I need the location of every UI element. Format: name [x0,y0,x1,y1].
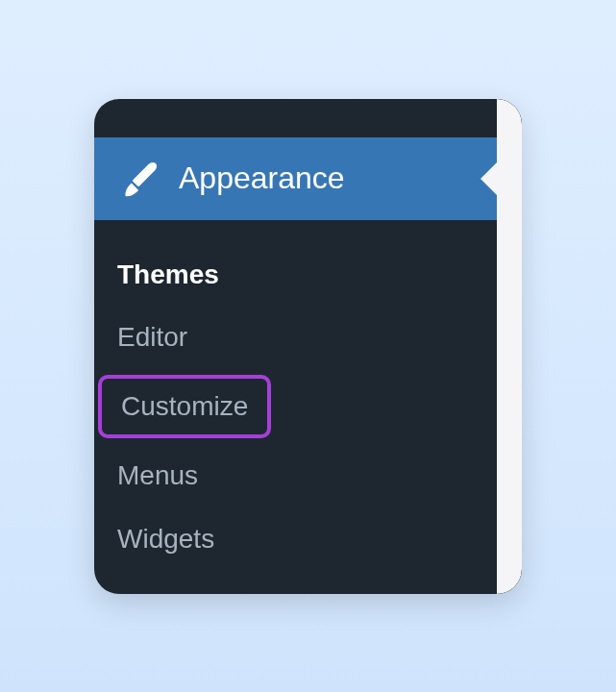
submenu-item-label: Menus [117,460,198,490]
submenu-appearance: Themes Editor Customize Menus Widgets [94,220,497,571]
scrollbar[interactable] [497,99,522,594]
submenu-item-themes[interactable]: Themes [94,243,497,307]
submenu-item-label: Themes [117,260,219,289]
submenu-item-label: Editor [117,322,187,352]
paintbrush-icon [119,158,161,200]
submenu-item-label: Widgets [117,524,214,554]
submenu-item-label: Customize [121,391,248,421]
active-indicator-arrow-icon [480,161,498,196]
submenu-item-customize[interactable]: Customize [98,375,271,438]
menu-item-label: Appearance [179,161,345,196]
submenu-item-editor[interactable]: Editor [94,306,497,369]
sidebar: Appearance Themes Editor Customize Menus… [94,99,497,594]
menu-item-appearance[interactable]: Appearance [94,137,497,220]
submenu-item-menus[interactable]: Menus [94,444,497,507]
wp-admin-sidebar-panel: Appearance Themes Editor Customize Menus… [94,99,522,594]
submenu-item-widgets[interactable]: Widgets [94,507,497,571]
